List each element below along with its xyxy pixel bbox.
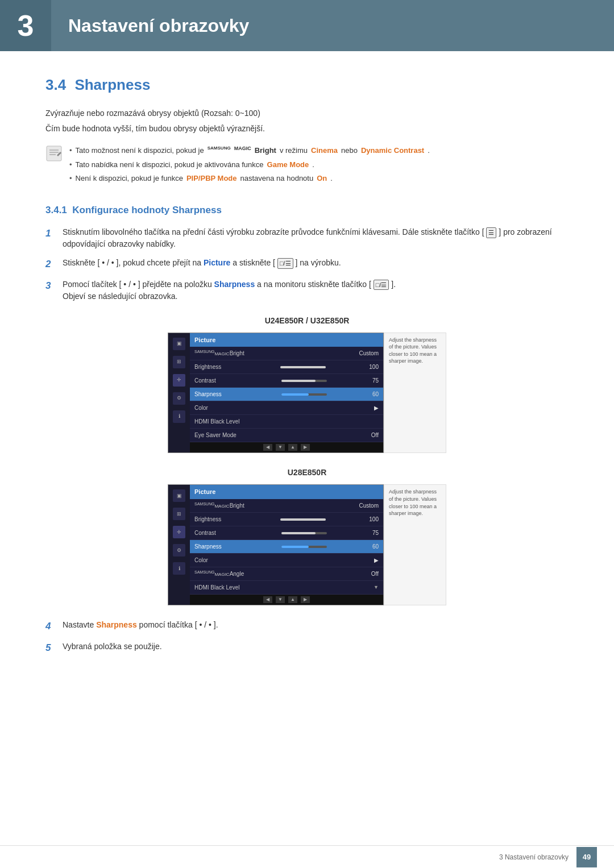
- monitor1-mockup: ▣ ⊞ ✛ ⚙ ℹ Picture SAMSUNGMAGICBright Cus…: [168, 333, 384, 454]
- monitor2-mockup: ▣ ⊞ ✛ ⚙ ℹ Picture SAMSUNGMAGICBright Cus…: [168, 484, 384, 605]
- key-menu: ☰: [486, 227, 496, 238]
- key-enter: □/☰: [277, 258, 293, 269]
- note-icon: [45, 145, 63, 166]
- monitor2-row-4: Color ▶: [190, 554, 383, 567]
- sidebar2-icon-2: ⊞: [173, 508, 185, 520]
- sidebar-icon-4: ⚙: [173, 392, 185, 405]
- note-block: Tato možnost není k dispozici, pokud je …: [45, 145, 569, 187]
- sidebar-icon-1: ▣: [173, 338, 185, 350]
- monitor2-diagram: ▣ ⊞ ✛ ⚙ ℹ Picture SAMSUNGMAGICBright Cus…: [45, 484, 569, 605]
- monitor2-menu: Picture SAMSUNGMAGICBright Custom Bright…: [190, 485, 383, 605]
- sidebar2-icon-3: ✛: [173, 526, 185, 538]
- monitor1-row-1: Brightness 100: [190, 360, 383, 374]
- monitor1-row-6: Eye Saver Mode Off: [190, 429, 383, 442]
- section-title: 3.4 Sharpness: [45, 74, 569, 96]
- monitor1-row-4: Color ▶: [190, 401, 383, 415]
- note-item-2: Tato nabídka není k dispozici, pokud je …: [69, 159, 430, 171]
- sidebar2-icon-5: ℹ: [173, 562, 185, 575]
- subsection-title: 3.4.1 Konfigurace hodnoty Sharpness: [45, 203, 569, 218]
- page-header: 3 Nastavení obrazovky: [0, 0, 614, 51]
- steps-list: 1 Stisknutím libovolného tlačítka na pře…: [45, 226, 569, 302]
- description2: Čím bude hodnota vyšší, tím budou obrysy…: [45, 123, 569, 135]
- monitor2-row-3: Sharpness 60: [190, 540, 383, 554]
- monitor1-row-2: Contrast 75: [190, 374, 383, 388]
- description1: Zvýrazňuje nebo rozmazává obrysy objektů…: [45, 107, 569, 119]
- steps-4-5: 4 Nastavte Sharpness pomocí tlačítka [ •…: [45, 619, 569, 655]
- note-item-1: Tato možnost není k dispozici, pokud je …: [69, 145, 430, 156]
- footer-chapter-label: 3 Nastavení obrazovky: [499, 852, 569, 862]
- monitor1-nav-bar: ◀ ▼ ▲ ▶: [190, 442, 383, 452]
- chapter-number: 3: [0, 0, 51, 51]
- diagram1-label: U24E850R / U32E850R: [45, 315, 569, 327]
- monitor2-row-6: HDMI Black Level ▼: [190, 581, 383, 595]
- step-3: 3 Pomocí tlačítek [ • / • ] přejděte na …: [45, 279, 569, 302]
- sidebar-icon-3: ✛: [173, 374, 185, 387]
- monitor2-menu-header: Picture: [190, 485, 383, 499]
- sidebar-icon-5: ℹ: [173, 410, 185, 423]
- page-footer: 3 Nastavení obrazovky 49: [0, 845, 614, 868]
- nav2-down: ▼: [276, 596, 285, 603]
- note-item-3: Není k dispozici, pokud je funkce PIP/PB…: [69, 173, 430, 184]
- nav2-left: ◀: [263, 596, 272, 603]
- monitor2-row-0: SAMSUNGMAGICBright Custom: [190, 499, 383, 513]
- monitor1-row-3: Sharpness 60: [190, 388, 383, 401]
- key-select: □/☰: [374, 280, 389, 290]
- monitor1-diagram: ▣ ⊞ ✛ ⚙ ℹ Picture SAMSUNGMAGICBright Cus…: [45, 333, 569, 454]
- step-5: 5 Vybraná položka se použije.: [45, 641, 569, 655]
- nav-down: ▼: [276, 444, 285, 451]
- nav2-right: ▶: [301, 596, 310, 603]
- monitor2-nav-bar: ◀ ▼ ▲ ▶: [190, 595, 383, 605]
- footer-page-number: 49: [576, 847, 597, 867]
- chapter-title: Nastavení obrazovky: [51, 12, 249, 39]
- monitor1-row-5: HDMI Black Level: [190, 415, 383, 429]
- sidebar2-icon-4: ⚙: [173, 544, 185, 556]
- sidebar-icon-2: ⊞: [173, 356, 185, 368]
- monitor1-row-0: SAMSUNGMAGICBright Custom: [190, 347, 383, 360]
- sidebar2-icon-1: ▣: [173, 489, 185, 502]
- monitor1-hint: Adjust the sharpness of the picture. Val…: [384, 333, 446, 454]
- nav-right: ▶: [301, 444, 310, 451]
- monitor1-sidebar: ▣ ⊞ ✛ ⚙ ℹ: [168, 333, 190, 453]
- monitor2-hint: Adjust the sharpness of the picture. Val…: [384, 484, 446, 605]
- step-1: 1 Stisknutím libovolného tlačítka na pře…: [45, 226, 569, 250]
- note-list: Tato možnost není k dispozici, pokud je …: [69, 145, 430, 187]
- monitor1-menu-header: Picture: [190, 333, 383, 347]
- monitor2-row-2: Contrast 75: [190, 526, 383, 540]
- monitor2-row-5: SAMSUNGMAGICAngle Off: [190, 567, 383, 581]
- diagram2-label: U28E850R: [45, 467, 569, 479]
- pencil-icon: [45, 145, 63, 162]
- nav-up: ▲: [288, 444, 297, 451]
- step-4: 4 Nastavte Sharpness pomocí tlačítka [ •…: [45, 619, 569, 634]
- main-content: 3.4 Sharpness Zvýrazňuje nebo rozmazává …: [0, 51, 614, 696]
- nav-left: ◀: [263, 444, 272, 451]
- monitor2-row-1: Brightness 100: [190, 513, 383, 526]
- nav2-up: ▲: [288, 596, 297, 603]
- monitor1-menu: Picture SAMSUNGMAGICBright Custom Bright…: [190, 333, 383, 453]
- step-2: 2 Stiskněte [ • / • ], pokud chcete přej…: [45, 257, 569, 272]
- monitor2-sidebar: ▣ ⊞ ✛ ⚙ ℹ: [168, 485, 190, 605]
